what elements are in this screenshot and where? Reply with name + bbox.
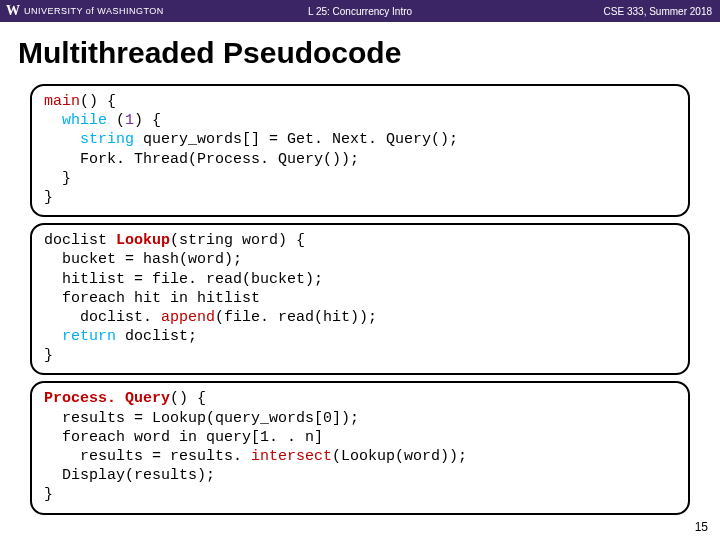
code-block-lookup: doclist Lookup(string word) { bucket = h… (30, 223, 690, 375)
keyword-while: while (62, 112, 107, 129)
uw-w-icon: W (6, 3, 20, 19)
lecture-title: L 25: Concurrency Intro (308, 6, 412, 17)
keyword-append: append (161, 309, 215, 326)
keyword-process-query: Process. Query (44, 390, 170, 407)
keyword-string: string (80, 131, 134, 148)
keyword-return: return (62, 328, 116, 345)
page-number: 15 (695, 520, 708, 534)
keyword-lookup: Lookup (116, 232, 170, 249)
keyword-intersect: intersect (251, 448, 332, 465)
keyword-main: main (44, 93, 80, 110)
header-logo: W UNIVERSITY of WASHINGTON (0, 3, 164, 19)
university-name: UNIVERSITY of WASHINGTON (24, 6, 164, 16)
slide-title: Multithreaded Pseudocode (0, 22, 720, 80)
course-term: CSE 333, Summer 2018 (604, 6, 712, 17)
code-block-main: main() { while (1) { string query_words[… (30, 84, 690, 217)
code-block-process-query: Process. Query() { results = Lookup(quer… (30, 381, 690, 514)
literal-one: 1 (125, 112, 134, 129)
slide-header: W UNIVERSITY of WASHINGTON L 25: Concurr… (0, 0, 720, 22)
